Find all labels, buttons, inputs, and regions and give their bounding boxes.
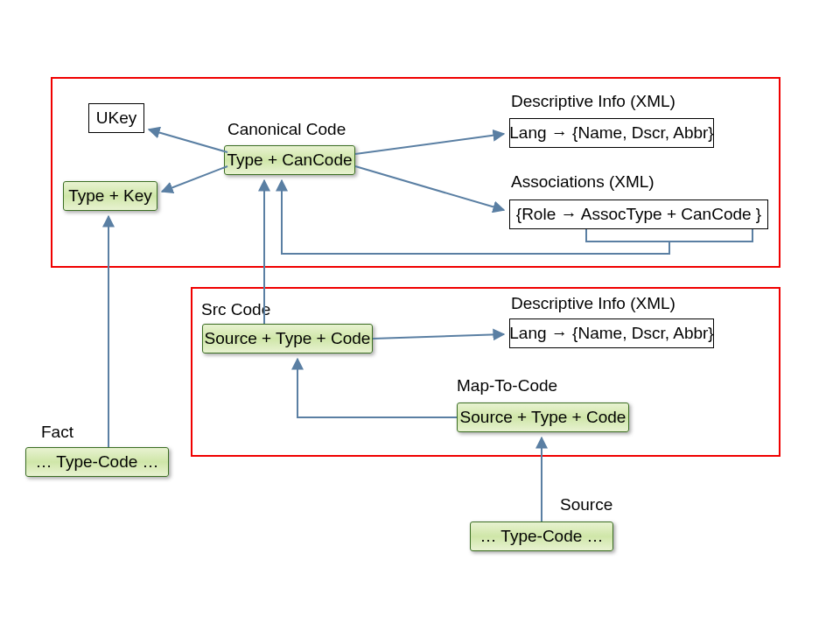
box-lang-map-1: Lang → {Name, Dscr, Abbr}	[509, 118, 714, 148]
label-fact: Fact	[41, 423, 74, 442]
box-type-cancode: Type + CanCode	[224, 145, 355, 175]
label-source: Source	[560, 495, 612, 514]
box-lang-map-2: Lang → {Name, Dscr, Abbr}	[509, 318, 714, 348]
label-map-to-code: Map-To-Code	[457, 376, 557, 396]
label-descriptive-info-2: Descriptive Info (XML)	[511, 294, 676, 313]
box-fact-type-code: … Type-Code …	[25, 447, 169, 477]
box-type-key: Type + Key	[63, 181, 158, 211]
label-descriptive-info-1: Descriptive Info (XML)	[511, 92, 676, 111]
label-associations: Associations (XML)	[511, 172, 654, 192]
label-src-code: Src Code	[201, 300, 270, 319]
label-canonical-code: Canonical Code	[228, 120, 346, 139]
box-ukey: UKey	[88, 103, 144, 133]
box-source-type-code-2: Source + Type + Code	[457, 402, 629, 432]
box-source-type-code-1: Source + Type + Code	[202, 324, 373, 354]
box-role-map: {Role → AssocType + CanCode }	[509, 200, 768, 229]
box-source-type-code-bottom: … Type-Code …	[470, 522, 613, 551]
diagram-stage: Canonical Code Descriptive Info (XML) As…	[0, 0, 840, 630]
